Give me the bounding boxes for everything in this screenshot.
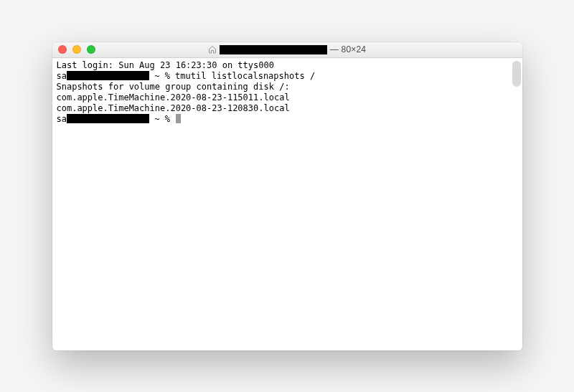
last-login-line: Last login: Sun Aug 23 16:23:30 on ttys0… [57, 60, 518, 71]
prompt-redacted [67, 71, 149, 80]
zoom-button[interactable] [87, 45, 95, 54]
window-dimensions: — 80×24 [330, 44, 366, 54]
output-header-line: Snapshots for volume group containing di… [57, 82, 518, 92]
cursor [176, 114, 181, 123]
title-redacted [220, 45, 327, 54]
prompt-redacted-2 [67, 114, 149, 123]
traffic-lights [52, 45, 95, 54]
prompt-user-prefix-2: sa [57, 114, 67, 124]
prompt-suffix: ~ % [149, 71, 175, 81]
minimize-button[interactable] [72, 45, 81, 54]
close-button[interactable] [58, 45, 67, 54]
snapshot-line-2: com.apple.TimeMachine.2020-08-23-120830.… [57, 103, 518, 114]
prompt-line-1: sa ~ % tmutil listlocalsnapshots / [57, 71, 518, 82]
prompt-suffix-2: ~ % [149, 114, 175, 124]
home-icon [208, 45, 217, 54]
last-login-label: Last login: [57, 60, 119, 70]
terminal-output[interactable]: Last login: Sun Aug 23 16:23:30 on ttys0… [52, 58, 522, 350]
window-titlebar[interactable]: — 80×24 [52, 42, 522, 58]
prompt-line-2: sa ~ % [57, 114, 518, 125]
last-login-value: Sun Aug 23 16:23:30 on ttys000 [118, 60, 274, 70]
snapshot-line-1: com.apple.TimeMachine.2020-08-23-115011.… [57, 92, 518, 103]
prompt-user-prefix: sa [57, 71, 67, 81]
scrollbar-thumb[interactable] [512, 61, 521, 87]
window-title: — 80×24 [52, 44, 522, 54]
command-text: tmutil listlocalsnapshots / [175, 71, 315, 81]
terminal-window: — 80×24 Last login: Sun Aug 23 16:23:30 … [52, 42, 522, 350]
